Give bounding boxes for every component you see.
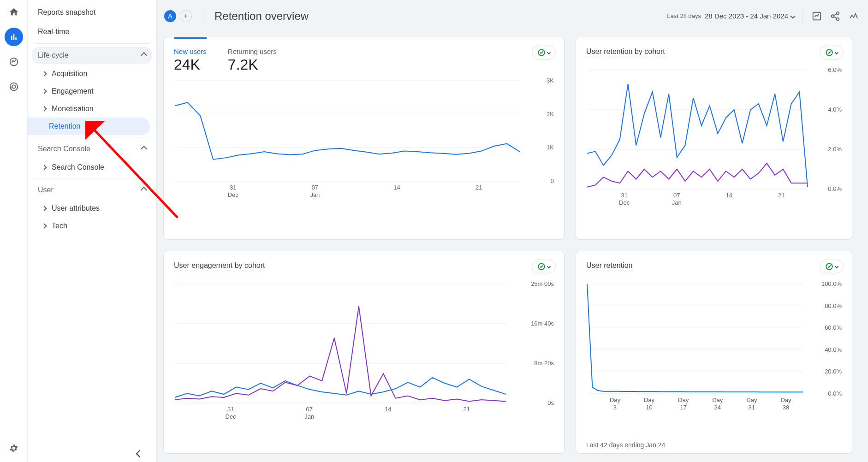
tab-returning-users[interactable]: Returning users 7.2K [228,47,277,73]
x-tick-label: 07Jan [672,192,682,206]
divider [802,9,803,23]
x-tick-label: 21 [778,192,785,199]
y-tick-label: 6.0% [814,66,842,73]
sidebar-reports-snapshot[interactable]: Reports snapshot [28,3,156,22]
x-tick-label: Day31 [746,397,757,411]
customize-report-icon[interactable] [810,9,824,23]
page-header: A + Retention overview Last 28 days 28 D… [157,0,868,32]
tab-value: 7.2K [228,56,277,73]
sidebar-realtime[interactable]: Real-time [28,22,156,41]
card-engagement-cohort: User engagement by cohort 0s8m 20s16m 40… [163,251,565,454]
caret-right-icon [42,206,47,211]
x-tick-label: 14 [725,192,732,199]
tree-label: Engagement [52,87,94,95]
y-tick-label: 0 [526,178,554,184]
y-tick-label: 8m 20s [526,360,554,367]
y-tick-label: 2.0% [814,146,842,153]
y-tick-label: 16m 40s [526,320,554,327]
section-label: Search Console [38,145,90,153]
tab-label: Returning users [228,47,277,55]
tree-label: Tech [52,222,67,230]
card-title: User retention by cohort [586,47,665,57]
cards-grid: New users 24K Returning users 7.2K 01K2K… [157,32,868,462]
y-tick-label: 3K [526,77,554,84]
section-label: User [38,186,54,194]
insights-icon[interactable] [847,9,861,23]
tree-label: Monetisation [52,105,94,113]
card-status-button[interactable] [532,46,556,59]
sidebar-item-tech[interactable]: Tech [28,217,156,235]
x-tick-label: 07Jan [310,184,320,198]
sidebar-section-user[interactable]: User [28,180,156,200]
chevron-down-icon[interactable] [790,13,795,18]
card-title: User engagement by cohort [174,261,265,271]
divider [34,137,150,137]
x-tick-label: Day24 [712,397,723,411]
caret-right-icon [42,106,47,111]
segment-badge[interactable]: A [164,10,176,22]
y-tick-label: 100.0% [814,280,842,287]
y-tick-label: 0.0% [814,390,842,397]
x-tick-label: Day3 [610,397,620,411]
tree-label: User attributes [52,204,100,213]
share-icon[interactable] [828,9,842,23]
y-tick-label: 40.0% [814,346,842,353]
sidebar-item-engagement[interactable]: Engagement [28,83,156,100]
advertising-icon[interactable] [5,77,23,96]
caret-right-icon [42,71,47,76]
sidebar-item-search-console[interactable]: Search Console [28,159,156,176]
y-tick-label: 0.0% [814,185,842,192]
chevron-down-icon [547,51,551,54]
tree-label: Acquisition [52,70,87,78]
tab-value: 24K [174,56,207,73]
main: A + Retention overview Last 28 days 28 D… [157,0,868,462]
x-tick-label: 07Jan [304,406,314,420]
x-tick-label: 31Dec [226,406,236,420]
chevron-down-icon [547,265,551,268]
caret-right-icon [42,165,47,170]
page-title: Retention overview [214,10,309,23]
explore-icon[interactable] [5,53,23,71]
y-tick-label: 80.0% [814,302,842,309]
sidebar-item-monetisation[interactable]: Monetisation [28,100,156,118]
chart-retention-cohort: 0.0%2.0%4.0%6.0%31Dec07Jan1421 [586,69,842,207]
card-footer-note: Last 42 days ending Jan 24 [586,441,665,449]
x-tick-label: 21 [476,184,482,191]
card-title: User retention [586,261,633,271]
card-status-button[interactable] [820,260,844,273]
section-label: Life cycle [38,51,69,59]
add-segment-button[interactable]: + [180,10,192,22]
svg-point-6 [837,18,839,20]
card-user-retention: User retention 0.0%20.0%40.0%60.0%80.0%1… [576,251,852,454]
home-icon[interactable] [5,3,23,21]
y-tick-label: 1K [526,144,554,151]
card-status-button[interactable] [820,46,844,59]
date-range-picker[interactable]: 28 Dec 2023 - 24 Jan 2024 [705,12,788,20]
sidebar-item-acquisition[interactable]: Acquisition [28,65,156,83]
svg-point-4 [837,12,839,14]
collapse-sidebar-button[interactable] [137,450,143,458]
sidebar-item-retention[interactable]: Retention [28,118,150,135]
x-tick-label: 21 [464,406,470,413]
sidebar-section-search-console[interactable]: Search Console [28,139,156,159]
y-tick-label: 25m 00s [526,280,554,287]
chevron-down-icon [835,51,838,54]
y-tick-label: 2K [526,111,554,118]
card-users-overview: New users 24K Returning users 7.2K 01K2K… [163,37,565,240]
svg-point-1 [10,83,18,91]
x-tick-label: Day38 [780,397,791,411]
y-tick-label: 60.0% [814,324,842,331]
svg-point-2 [12,85,15,88]
y-tick-label: 20.0% [814,368,842,375]
tree-label: Retention [49,122,81,130]
sidebar-item-user-attributes[interactable]: User attributes [28,200,156,217]
sidebar-section-life-cycle[interactable]: Life cycle [31,47,153,64]
metric-tabs: New users 24K Returning users 7.2K [174,47,554,73]
x-tick-label: Day17 [678,397,689,411]
x-tick-label: 31Dec [228,184,238,198]
settings-icon[interactable] [5,439,23,457]
x-tick-label: 31Dec [619,192,630,206]
card-status-button[interactable] [532,260,556,273]
tab-new-users[interactable]: New users 24K [174,37,207,73]
reports-icon[interactable] [5,28,23,46]
